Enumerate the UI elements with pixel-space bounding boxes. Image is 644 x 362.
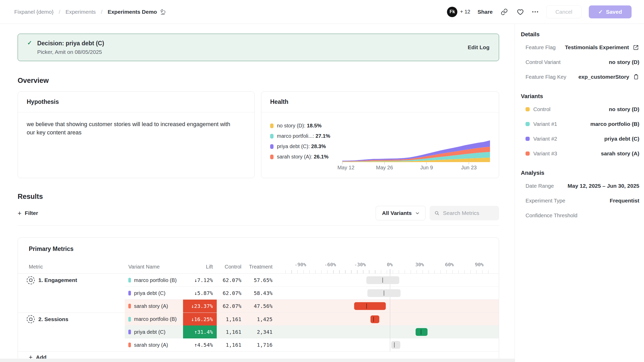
confidence-interval-bar	[391, 341, 400, 349]
share-button[interactable]: Share	[478, 9, 493, 15]
analysis-heading: Analysis	[521, 170, 639, 176]
lift-axis-ruler	[285, 270, 494, 273]
chevron-down-icon	[415, 211, 420, 216]
primary-metrics-card: Primary Metrics Metric Variant Name Lift…	[18, 237, 499, 362]
axis-tick-label: -90%	[295, 262, 306, 267]
variants-heading: Variants	[521, 93, 639, 100]
variant-color-dot	[128, 330, 131, 334]
confidence-interval-bar	[366, 276, 399, 284]
copy-button[interactable]	[633, 74, 639, 80]
lift-badge-positive: ↑31.4%	[183, 325, 217, 338]
cancel-button[interactable]: Cancel	[546, 5, 581, 18]
saved-button[interactable]: ✓ Saved	[589, 5, 632, 18]
variant-color-dot	[128, 304, 131, 308]
column-header-treatment: Treatment	[245, 264, 276, 270]
variant-name: marco portfolio (B)	[134, 316, 177, 322]
edit-log-button[interactable]: Edit Log	[468, 44, 489, 50]
axis-tick-label: -30%	[354, 262, 366, 267]
clipboard-icon	[633, 74, 639, 80]
legend-item: sarah story (A): 26.1%	[270, 154, 342, 160]
breadcrumb-project[interactable]: Fixpanel {demo}	[14, 9, 54, 15]
main-content: ✓ Decision: priya debt (C) Picker, Amit …	[0, 24, 515, 362]
analysis-section: Analysis Date Range May 12, 2025 – Jun 3…	[521, 170, 639, 223]
variants-dropdown[interactable]: All Variants	[376, 206, 425, 220]
decision-subtitle: Picker, Amit on 08/05/2025	[37, 49, 104, 55]
axis-tick-label: 30%	[415, 262, 424, 267]
table-row[interactable]: 2. Sessions marco portfolio (B) ↓16.25% …	[18, 313, 499, 325]
x-axis-tick	[469, 162, 469, 164]
hypothesis-card: Hypothesis we believe that showing custo…	[18, 91, 255, 178]
variant-name: priya debt (C)	[134, 329, 165, 335]
table-row[interactable]: priya debt (C) ↓5.87% 62.07% 58.43%	[18, 287, 499, 300]
copy-link-button[interactable]	[500, 8, 509, 16]
decision-text: Decision: priya debt (C) Picker, Amit on…	[37, 40, 104, 55]
lift-value: ↑31.4%	[194, 329, 213, 335]
lift-value: ↓7.12%	[194, 277, 213, 283]
control-value: 62.07%	[223, 277, 241, 283]
legend-item: marco portfoli...: 27.1%	[270, 133, 342, 139]
breadcrumb-experiments[interactable]: Experiments	[66, 9, 96, 15]
zero-tick	[390, 269, 390, 273]
collaborators-count[interactable]: + 12	[460, 9, 470, 15]
add-filter-button[interactable]: + Filter	[18, 210, 38, 216]
topbar-actions: Fk + 12 Share ••• Cancel ✓ Saved	[447, 5, 632, 18]
lift-marker	[373, 317, 374, 322]
x-axis-label: Jun 23	[461, 165, 477, 171]
search-metrics-input[interactable]	[443, 210, 494, 216]
horizontal-scrollbar[interactable]	[0, 359, 515, 362]
hypothesis-title: Hypothesis	[27, 98, 59, 105]
lift-badge-negative: ↓23.37%	[183, 300, 217, 313]
detail-row-control-variant: Control Variant no story (D)	[521, 55, 639, 69]
metric-name: 2. Sessions	[38, 316, 68, 322]
table-row[interactable]: sarah story (A) ↓23.37% 62.07% 47.56%	[18, 300, 499, 313]
metrics-table-header: Metric Variant Name Lift Control Treatme…	[18, 260, 499, 274]
variant-color-dot	[128, 343, 131, 347]
treatment-value: 2,341	[257, 329, 272, 335]
overview-cards: Hypothesis we believe that showing custo…	[18, 91, 499, 178]
decision-banner: ✓ Decision: priya debt (C) Picker, Amit …	[18, 34, 499, 61]
variant-color-dot	[128, 291, 131, 295]
table-row[interactable]: 1. Engagement marco portfolio (B) ↓7.12%…	[18, 274, 499, 287]
variant-name: priya debt (C)	[134, 290, 165, 296]
control-value: 62.07%	[223, 290, 241, 296]
breadcrumb: Fixpanel {demo} / Experiments / Experime…	[14, 9, 166, 15]
overview-heading: Overview	[18, 77, 499, 85]
details-sidebar: Details Feature Flag Testimonials Experi…	[515, 24, 644, 362]
control-value: 62.07%	[223, 303, 241, 309]
legend-swatch-sarah	[270, 155, 274, 159]
health-title: Health	[270, 98, 288, 105]
table-row[interactable]: sarah story (A) ↑4.54% 1,161 1,716	[18, 338, 499, 351]
check-icon: ✓	[27, 40, 32, 46]
detail-row-feature-flag: Feature Flag Testimonials Experiment	[521, 40, 639, 55]
analysis-row-date-range: Date Range May 12, 2025 – Jun 30, 2025	[521, 178, 639, 193]
lift-marker	[394, 342, 395, 347]
search-metrics-box	[430, 206, 499, 220]
control-value: 1,161	[226, 329, 241, 335]
results-divider	[18, 225, 499, 226]
x-axis-label: May 26	[376, 165, 393, 171]
results-controls: + Filter All Variants	[18, 206, 499, 220]
avatar[interactable]: Fk	[447, 7, 457, 17]
health-chart-x-axis: May 12May 26Jun 9Jun 23	[342, 162, 490, 171]
page-title: Experiments Demo	[108, 9, 157, 15]
lift-value: ↓5.87%	[194, 290, 213, 296]
table-row[interactable]: priya debt (C) ↑31.4% 1,161 2,341	[18, 325, 499, 338]
lift-marker	[384, 291, 384, 296]
lift-value: ↑4.54%	[194, 342, 213, 348]
treatment-value: 1,716	[257, 342, 272, 348]
more-menu-button[interactable]: •••	[532, 9, 539, 15]
external-link-button[interactable]	[633, 44, 639, 51]
x-axis-tick	[426, 162, 427, 164]
details-heading: Details	[521, 31, 639, 38]
lift-value: ↓16.25%	[191, 316, 213, 322]
experiment-dashboard: Fixpanel {demo} / Experiments / Experime…	[0, 0, 644, 362]
legend-swatch-no-story	[270, 124, 274, 128]
variant-name: marco portfolio (B)	[134, 277, 177, 283]
x-axis-label: May 12	[337, 165, 354, 171]
variant-color-dot	[128, 317, 131, 322]
variant-row-3: Variant #3 sarah story (A)	[521, 146, 639, 161]
column-header-metric: Metric	[18, 264, 125, 270]
results-heading: Results	[18, 193, 499, 201]
favorite-button[interactable]	[516, 8, 525, 16]
variant-row-1: Variant #1 marco portfolio (B)	[521, 117, 639, 131]
